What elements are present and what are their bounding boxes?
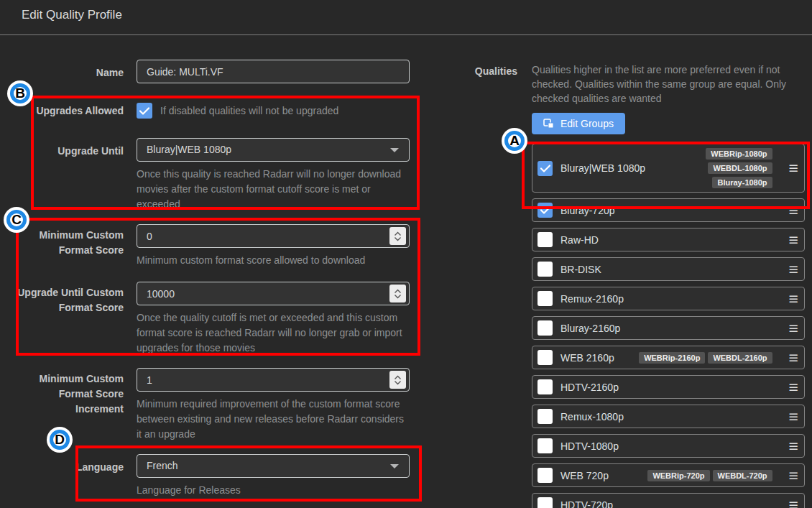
qualities-list: Bluray|WEB 1080p WEBRip-1080pWEBDL-1080p… xyxy=(532,144,805,508)
upgrade-until-help: Once this quality is reached Radarr will… xyxy=(137,167,410,212)
quality-name: Raw-HD xyxy=(560,234,599,246)
quality-name: Remux-2160p xyxy=(560,293,624,305)
quality-checkbox[interactable] xyxy=(538,262,553,277)
chevron-down-icon xyxy=(394,294,402,299)
drag-handle-icon[interactable]: ≡ xyxy=(789,351,798,365)
qualities-label: Qualities xyxy=(431,65,517,77)
drag-handle-icon[interactable]: ≡ xyxy=(789,321,798,336)
drag-handle-icon[interactable]: ≡ xyxy=(789,203,798,218)
language-select[interactable]: French xyxy=(137,454,410,478)
chevron-down-icon xyxy=(394,236,402,241)
chevron-up-icon xyxy=(394,289,402,294)
number-stepper[interactable] xyxy=(389,371,406,389)
checkmark-icon xyxy=(540,206,550,214)
annotation-marker-a: A xyxy=(504,131,525,151)
upgrade-until-cfs-label: Upgrade Until Custom Format Score xyxy=(0,285,124,315)
quality-tag: WEBDL-2160p xyxy=(708,352,772,364)
checkmark-icon xyxy=(139,107,149,115)
chevron-up-icon xyxy=(394,375,402,380)
number-stepper[interactable] xyxy=(389,227,406,245)
quality-tags: WEBRip-2160pWEBDL-2160p xyxy=(639,352,772,364)
number-stepper[interactable] xyxy=(389,285,406,303)
quality-tag: Bluray-1080p xyxy=(712,177,772,188)
quality-item[interactable]: Bluray|WEB 1080p WEBRip-1080pWEBDL-1080p… xyxy=(532,144,805,193)
min-custom-format-score-help: Minimum custom format score allowed to d… xyxy=(137,253,410,268)
quality-name: Bluray-720p xyxy=(560,205,615,216)
upgrade-until-value: Bluray|WEB 1080p xyxy=(147,144,231,155)
annotation-marker-b: B xyxy=(10,83,30,103)
chevron-down-icon xyxy=(390,148,399,152)
quality-name: HDTV-1080p xyxy=(560,440,619,452)
chevron-down-icon xyxy=(390,464,399,468)
quality-item[interactable]: Remux-1080p ≡ xyxy=(532,405,805,428)
min-cfs-increment-input[interactable] xyxy=(137,368,410,392)
quality-tag: WEBRip-2160p xyxy=(639,352,705,364)
modal-header: Edit Quality Profile xyxy=(0,0,812,35)
drag-handle-icon[interactable]: ≡ xyxy=(789,468,798,483)
quality-item[interactable]: HDTV-720p ≡ xyxy=(532,493,805,508)
upgrade-until-cfs-input[interactable] xyxy=(137,282,410,305)
quality-tag: WEBRip-720p xyxy=(647,470,709,481)
quality-checkbox[interactable] xyxy=(538,203,553,218)
drag-handle-icon[interactable]: ≡ xyxy=(789,292,798,306)
name-label: Name xyxy=(0,65,124,80)
quality-checkbox[interactable] xyxy=(538,497,553,508)
quality-checkbox[interactable] xyxy=(538,468,553,483)
quality-item[interactable]: WEB 720p WEBRip-720pWEBDL-720p ≡ xyxy=(532,463,805,487)
upgrade-until-cfs-help: Once the quality cutoff is met or exceed… xyxy=(137,310,410,356)
quality-checkbox[interactable] xyxy=(538,438,553,453)
quality-name: Bluray|WEB 1080p xyxy=(560,162,645,174)
drag-handle-icon[interactable]: ≡ xyxy=(789,233,798,247)
quality-name: WEB 2160p xyxy=(560,352,614,364)
language-label: Language xyxy=(0,460,124,475)
drag-handle-icon[interactable]: ≡ xyxy=(789,498,798,508)
quality-name: Remux-1080p xyxy=(560,411,624,422)
min-custom-format-score-input[interactable] xyxy=(137,224,410,248)
quality-item[interactable]: BR-DISK ≡ xyxy=(532,257,805,281)
quality-tag: WEBDL-1080p xyxy=(708,162,772,174)
quality-checkbox[interactable] xyxy=(538,291,553,306)
drag-handle-icon[interactable]: ≡ xyxy=(789,380,798,394)
quality-item[interactable]: Remux-2160p ≡ xyxy=(532,287,805,310)
checkmark-icon xyxy=(540,165,550,172)
upgrades-allowed-text: If disabled qualities will not be upgrad… xyxy=(160,103,338,119)
quality-name: HDTV-720p xyxy=(560,499,613,508)
quality-checkbox[interactable] xyxy=(538,232,553,247)
quality-item[interactable]: HDTV-2160p ≡ xyxy=(532,375,805,399)
quality-item[interactable]: Raw-HD ≡ xyxy=(532,228,805,251)
quality-tag: WEBRip-1080p xyxy=(706,148,772,160)
quality-name: Bluray-2160p xyxy=(560,323,620,334)
min-cfs-increment-label: Minimum Custom Format Score Increment xyxy=(0,371,124,417)
quality-tags: WEBRip-720pWEBDL-720p xyxy=(647,470,772,481)
quality-checkbox[interactable] xyxy=(538,379,553,394)
upgrade-until-select[interactable]: Bluray|WEB 1080p xyxy=(137,138,410,162)
annotation-marker-d: D xyxy=(50,430,70,450)
min-custom-format-score-label: Minimum Custom Format Score xyxy=(0,228,124,258)
quality-checkbox[interactable] xyxy=(538,161,553,176)
min-cfs-increment-help: Minimum required improvement of the cust… xyxy=(137,397,410,442)
upgrades-allowed-checkbox[interactable] xyxy=(137,103,152,119)
quality-checkbox[interactable] xyxy=(538,320,553,336)
quality-item[interactable]: Bluray-2160p ≡ xyxy=(532,316,805,340)
quality-checkbox[interactable] xyxy=(538,409,553,424)
quality-name: BR-DISK xyxy=(560,264,601,275)
drag-handle-icon[interactable]: ≡ xyxy=(789,439,798,453)
language-help: Language for Releases xyxy=(137,483,410,498)
chevron-up-icon xyxy=(394,231,402,236)
quality-item[interactable]: WEB 2160p WEBRip-2160pWEBDL-2160p ≡ xyxy=(532,346,805,369)
quality-item[interactable]: Bluray-720p ≡ xyxy=(532,198,805,222)
qualities-help: Qualities higher in the list are more pr… xyxy=(532,63,812,106)
upgrades-allowed-label: Upgrades Allowed xyxy=(0,103,124,119)
drag-handle-icon[interactable]: ≡ xyxy=(789,262,798,277)
drag-handle-icon[interactable]: ≡ xyxy=(789,161,798,175)
quality-name: HDTV-2160p xyxy=(560,382,619,393)
name-input[interactable] xyxy=(137,60,410,83)
edit-groups-icon xyxy=(543,119,554,129)
edit-groups-button[interactable]: Edit Groups xyxy=(532,113,625,134)
page-title: Edit Quality Profile xyxy=(22,8,122,22)
drag-handle-icon[interactable]: ≡ xyxy=(789,410,798,424)
quality-checkbox[interactable] xyxy=(538,350,553,365)
quality-tags: WEBRip-1080pWEBDL-1080pBluray-1080p xyxy=(653,148,772,188)
quality-item[interactable]: HDTV-1080p ≡ xyxy=(532,434,805,458)
language-value: French xyxy=(147,460,178,471)
